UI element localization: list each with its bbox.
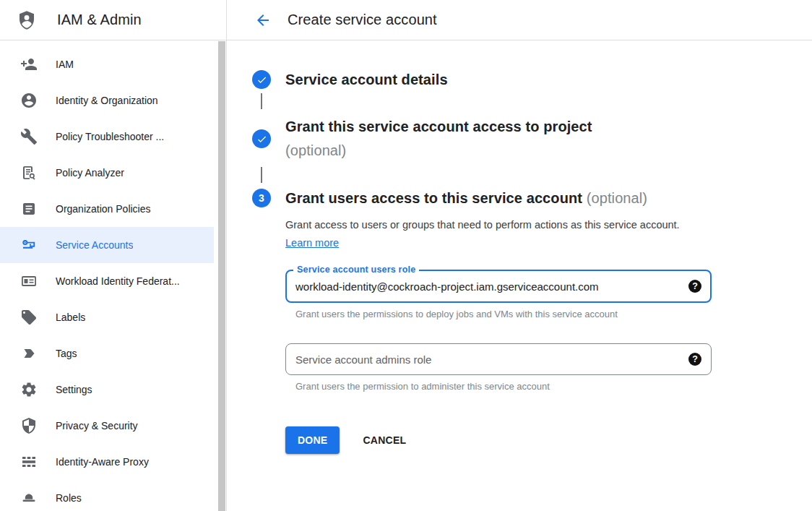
create-service-account-form: Service account details Grant this servi…: [227, 40, 812, 511]
step-title: Service account details: [285, 70, 448, 89]
document-icon: [20, 200, 38, 218]
sidebar-item-iam[interactable]: IAM: [0, 46, 214, 82]
step-title: Grant users access to this service accou…: [285, 189, 647, 207]
step-connector: [261, 167, 262, 183]
service-account-users-role-field[interactable]: Service account users role ?: [285, 270, 712, 303]
identity-icon: [20, 92, 38, 109]
shield-icon: [20, 417, 38, 434]
sidebar-item-label: IAM: [56, 59, 74, 70]
iam-admin-shield-icon: [16, 9, 38, 31]
step-grant-access-to-project: Grant this service account access to pro…: [252, 115, 812, 163]
sidebar-item-label: Identity & Organization: [56, 95, 158, 106]
sidebar-item-organization-policies[interactable]: Organization Policies: [0, 191, 214, 227]
gear-icon: [20, 381, 38, 398]
field-helper-text: Grant users the permissions to deploy jo…: [295, 309, 712, 319]
sidebar-header: IAM & Admin: [0, 0, 227, 40]
page-title: Create service account: [288, 12, 437, 28]
done-button[interactable]: DONE: [285, 426, 340, 454]
person-add-icon: [20, 56, 38, 73]
section-description: Grant access to users or groups that nee…: [285, 216, 687, 252]
proxy-grid-icon: [20, 453, 38, 471]
help-icon[interactable]: ?: [688, 280, 701, 293]
step-optional-label: (optional): [285, 139, 592, 163]
page-header: Create service account: [227, 0, 812, 40]
roles-hat-icon: [20, 489, 38, 507]
label-icon: [20, 309, 38, 326]
step-grant-users-access: 3 Grant users access to this service acc…: [252, 189, 812, 207]
step-3-number-badge: 3: [252, 189, 271, 207]
sidebar-scrollbar[interactable]: [218, 41, 225, 511]
wrench-icon: [20, 128, 38, 145]
sidebar-item-settings[interactable]: Settings: [0, 372, 214, 408]
service-account-admins-role-field[interactable]: ?: [285, 343, 712, 375]
sidebar-item-label: Roles: [56, 492, 82, 504]
policy-analyzer-icon: [20, 164, 38, 181]
sidebar-item-label: Identity-Aware Proxy: [56, 456, 149, 468]
step-title-text: Grant users access to this service accou…: [285, 190, 582, 206]
sidebar-item-policy-troubleshooter[interactable]: Policy Troubleshooter ...: [0, 119, 214, 155]
sidebar-item-label: Policy Troubleshooter ...: [56, 131, 164, 142]
step-2-complete-badge: [252, 129, 271, 148]
app-window: IAM & Admin Create service account IAM I…: [0, 0, 812, 511]
tag-arrow-icon: [20, 345, 38, 362]
sidebar-item-tags[interactable]: Tags: [0, 335, 214, 372]
step-title: Grant this service account access to pro…: [285, 115, 592, 139]
sidebar-item-label: Policy Analyzer: [56, 167, 124, 179]
field-floating-label: Service account users role: [293, 265, 419, 275]
check-icon: [256, 134, 267, 145]
app-title: IAM & Admin: [57, 12, 142, 28]
sidebar-item-label: Tags: [56, 348, 77, 359]
sidebar-item-roles[interactable]: Roles: [0, 480, 214, 511]
sidebar-item-label: Service Accounts: [56, 239, 133, 251]
back-arrow-icon[interactable]: [254, 12, 272, 29]
sidebar-item-privacy-security[interactable]: Privacy & Security: [0, 408, 214, 444]
service-account-users-role-input[interactable]: [295, 280, 688, 293]
sidebar-item-label: Organization Policies: [56, 203, 151, 215]
cancel-button[interactable]: CANCEL: [363, 434, 406, 446]
field-helper-text: Grant users the permission to administer…: [295, 381, 712, 392]
sidebar-item-label: Settings: [56, 384, 92, 395]
sidebar-item-label: Labels: [56, 312, 85, 323]
sidebar-item-identity-organization[interactable]: Identity & Organization: [0, 82, 214, 119]
service-account-admins-role-input[interactable]: [295, 353, 688, 366]
form-actions: DONE CANCEL: [285, 426, 812, 454]
step-service-account-details: Service account details: [252, 70, 812, 89]
sidebar-item-identity-aware-proxy[interactable]: Identity-Aware Proxy: [0, 444, 214, 480]
check-icon: [256, 74, 267, 85]
sidebar-item-label: Workload Identity Federat...: [56, 275, 180, 287]
service-account-icon: [20, 236, 38, 254]
step-optional-label: (optional): [587, 190, 647, 206]
id-card-icon: [20, 272, 38, 290]
sidebar-item-workload-identity-federation[interactable]: Workload Identity Federat...: [0, 263, 214, 299]
sidebar: IAM Identity & Organization Policy Troub…: [0, 40, 227, 511]
help-icon[interactable]: ?: [688, 353, 701, 366]
sidebar-item-service-accounts[interactable]: Service Accounts: [0, 227, 214, 263]
sidebar-item-labels[interactable]: Labels: [0, 299, 214, 335]
step-1-complete-badge: [252, 70, 271, 89]
sidebar-item-policy-analyzer[interactable]: Policy Analyzer: [0, 155, 214, 191]
description-text: Grant access to users or groups that nee…: [285, 219, 680, 231]
sidebar-item-label: Privacy & Security: [56, 420, 138, 431]
learn-more-link[interactable]: Learn more: [285, 237, 339, 249]
step-connector: [261, 93, 262, 109]
